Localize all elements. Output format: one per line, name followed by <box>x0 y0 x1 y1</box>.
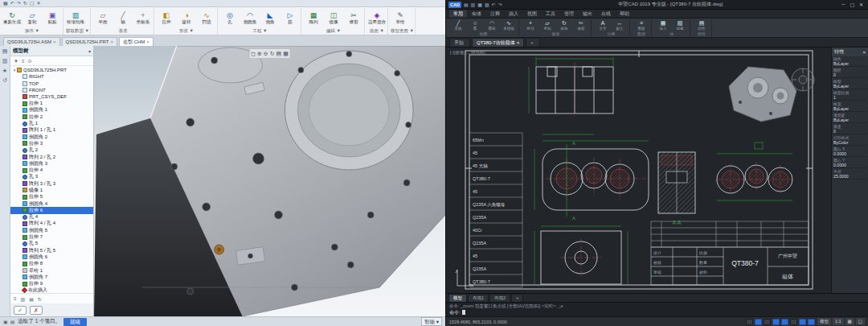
ribbon-tab[interactable]: 输出 <box>579 10 596 18</box>
restore-button[interactable]: ▢ <box>848 2 857 7</box>
tree-item[interactable]: 拉伸 4 <box>10 167 93 173</box>
tree-tool-button[interactable]: ▼ <box>14 59 18 64</box>
polar-toggle[interactable] <box>772 319 780 325</box>
layout-tab[interactable]: + <box>511 294 523 303</box>
property-row[interactable]: 透明度 ByLayer <box>833 113 866 123</box>
ortho-toggle[interactable] <box>764 319 771 325</box>
qa-button[interactable]: ↷ <box>17 0 21 6</box>
text-icon[interactable]: A文字 <box>595 19 611 31</box>
navigator-tab[interactable]: ↺ <box>2 77 7 84</box>
tree-item[interactable]: 拉伸 6 <box>10 207 93 213</box>
qa-button[interactable]: ✕ <box>36 0 40 6</box>
create-block-icon[interactable]: ▧创建 <box>672 19 688 31</box>
close-tab-icon[interactable]: × <box>110 39 113 44</box>
ribbon-tab[interactable]: 管理 <box>560 10 578 18</box>
tree-footer-button[interactable]: ▥ <box>21 296 26 302</box>
tree-item[interactable]: 拉伸 5 <box>10 194 93 200</box>
tree-item[interactable]: TOP <box>10 80 93 87</box>
document-tab[interactable]: QSD36JL725H.ASM× <box>3 37 60 46</box>
properties-icon[interactable]: ▤特性 <box>694 19 710 31</box>
rotate-icon[interactable]: ↻旋转 <box>556 19 572 31</box>
property-row[interactable]: 厚度 0 <box>833 125 866 134</box>
graphics-tool-button[interactable]: ▦ <box>283 50 289 57</box>
circle-icon[interactable]: ○圆 <box>467 19 483 31</box>
qa-button[interactable]: ▦ <box>3 0 8 6</box>
qa-button[interactable]: ▥ <box>471 2 476 7</box>
feature-cancel-button[interactable]: ✗ <box>30 306 43 315</box>
ribbon-tab[interactable]: 实体 <box>468 10 485 18</box>
model-space-button[interactable]: 模型 <box>817 318 831 325</box>
fullscreen-button[interactable]: ▢ <box>856 318 865 325</box>
layout-tab[interactable]: 模型 <box>448 294 467 303</box>
sketch-icon[interactable]: ✎草绘 <box>391 8 410 27</box>
qa-button[interactable]: ▤ <box>464 2 469 7</box>
selection-filter-dropdown[interactable]: 智能 ▾ <box>421 317 442 326</box>
tree-item[interactable]: 镜像 1 <box>10 187 93 193</box>
property-row[interactable]: 线宽 ByLayer <box>833 102 866 112</box>
qa-button[interactable]: ↷ <box>498 2 502 7</box>
document-tab[interactable]: 造型.CHM× <box>119 37 154 46</box>
osnap-toggle[interactable] <box>781 319 788 325</box>
property-row[interactable]: 圆心 Y 0.0000 <box>833 159 866 168</box>
graphics-tool-button[interactable]: ◻ <box>251 50 256 57</box>
ribbon-tab[interactable]: 在线 <box>597 10 615 18</box>
tree-item[interactable]: 在此插入 <box>10 287 93 293</box>
arc-icon[interactable]: ◠圆弧 <box>484 19 500 31</box>
tree-item[interactable]: 拉伸 7 <box>10 233 93 240</box>
hole-icon[interactable]: ◎孔 <box>220 8 240 27</box>
graphics-tool-button[interactable]: ↻ <box>270 50 275 57</box>
paste-icon[interactable]: ▣粘贴 <box>43 8 62 27</box>
tree-item[interactable]: 倒圆角 5 <box>10 227 93 233</box>
tree-item[interactable]: 阵列 2 / 孔 2 <box>10 154 93 160</box>
close-button[interactable]: ✕ <box>857 2 866 7</box>
tree-item[interactable]: 拉伸 2 <box>10 113 93 120</box>
graphics-tool-button[interactable]: ⊕ <box>257 50 262 57</box>
snap-toggle[interactable] <box>746 319 753 325</box>
sweep-icon[interactable]: ∿扫描 <box>197 8 216 27</box>
tree-footer-button[interactable]: ▤ <box>29 296 34 302</box>
layout-tab[interactable]: 布局1 <box>468 294 489 303</box>
property-row[interactable]: 线型比例 1 <box>833 91 866 101</box>
tree-menu-icon[interactable]: ▾ <box>88 48 91 54</box>
app-logo[interactable]: CAD <box>448 2 461 8</box>
pattern-icon[interactable]: ▦阵列 <box>304 8 323 27</box>
property-row[interactable]: 颜色 ByLayer <box>833 57 866 67</box>
navigator-tab[interactable]: ▤ <box>2 48 8 55</box>
ribbon-tab[interactable]: 常用 <box>449 10 467 18</box>
tree-item[interactable]: FRONT <box>10 87 93 93</box>
qa-button[interactable]: ▦ <box>477 2 482 7</box>
copy-icon[interactable]: ▱复制 <box>23 8 42 27</box>
navigator-tab[interactable]: ★ <box>2 68 7 74</box>
tree-item[interactable]: RIGHT <box>10 73 93 80</box>
grid-toggle[interactable] <box>755 319 762 325</box>
round-icon[interactable]: ◠倒圆角 <box>240 8 260 27</box>
boundary-blend-icon[interactable]: ◈边界混合 <box>367 8 387 27</box>
drawing-canvas[interactable]: 65Mn 45 45 光轴 QT380-7 45 Q235A 六角螺母 Q235… <box>446 47 831 293</box>
tree-footer-button[interactable]: ≡ <box>14 296 17 301</box>
property-row[interactable]: 圆心 X 0.0000 <box>833 147 866 157</box>
tree-item[interactable]: 倒圆角 3 <box>10 160 93 167</box>
otrack-toggle[interactable] <box>790 319 797 325</box>
feature-ok-button[interactable]: ✓ <box>14 306 27 315</box>
close-tab-icon[interactable]: × <box>517 39 520 47</box>
tree-item[interactable]: 倒圆角 7 <box>10 274 93 280</box>
qa-button[interactable]: ↻ <box>23 0 27 6</box>
close-panel-icon[interactable]: × <box>862 50 866 55</box>
datum-plane-icon[interactable]: ▱平面 <box>93 8 113 27</box>
copy-icon[interactable]: ▱复制 <box>539 19 555 31</box>
tree-item[interactable]: 阵列 1 / 孔 1 <box>10 127 93 134</box>
scale-button[interactable]: 1:1 <box>833 318 844 325</box>
status-icon[interactable]: ▣ <box>3 319 8 324</box>
move-icon[interactable]: +移动 <box>522 19 538 31</box>
tree-item[interactable]: 拉伸 8 <box>10 261 93 267</box>
file-tab[interactable]: 开始 <box>449 38 470 47</box>
trim-icon[interactable]: ✂修剪 <box>573 19 589 31</box>
tree-item[interactable]: 阵列 4 / 孔 4 <box>10 221 93 227</box>
qa-button[interactable]: ↶ <box>492 2 496 7</box>
minimize-button[interactable]: ─ <box>839 2 848 7</box>
datum-axis-icon[interactable]: ╱轴 <box>113 8 133 27</box>
tree-item[interactable]: 阵列 5 / 孔 5 <box>10 247 93 254</box>
viewport-controls-label[interactable]: [-][俯视][二维线框] <box>450 50 485 56</box>
view-compass[interactable] <box>792 68 814 91</box>
tree-item[interactable]: 阵列 3 / 孔 3 <box>10 180 93 187</box>
